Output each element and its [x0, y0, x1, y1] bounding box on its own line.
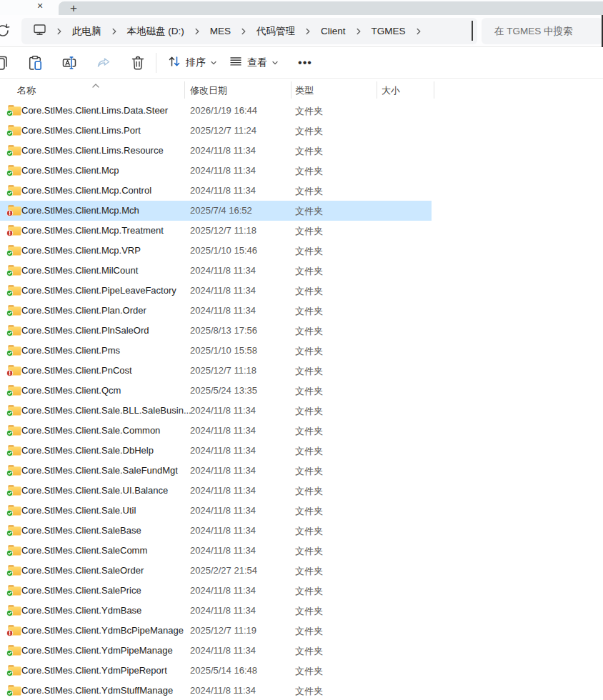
breadcrumb-item[interactable]: 本地磁盘 (D:) [127, 25, 184, 38]
file-row[interactable]: Core.StlMes.Client.Sale.SaleFundMgt 2024… [0, 461, 603, 481]
folder-ok-icon [6, 264, 21, 279]
file-row[interactable]: Core.StlMes.Client.PipeLeaveFactory 2024… [0, 281, 603, 301]
file-date-modified: 2025/7/4 16:52 [190, 205, 252, 216]
address-bar-row: 此电脑 本地磁盘 (D:) MES 代码管理 Client TGMES 在 TG… [0, 15, 603, 47]
file-date-modified: 2025/5/14 16:48 [190, 665, 257, 676]
file-name: Core.StlMes.Client.SaleComm [21, 545, 147, 556]
file-row[interactable]: Core.StlMes.Client.Sale.DbHelp 2024/11/8… [0, 441, 603, 461]
file-date-modified: 2024/11/8 11:34 [190, 165, 256, 176]
address-bar[interactable]: 此电脑 本地磁盘 (D:) MES 代码管理 Client TGMES [21, 18, 477, 44]
folder-ok-icon [6, 644, 21, 659]
file-type: 文件夹 [295, 585, 323, 598]
file-name: Core.StlMes.Client.Sale.Util [21, 505, 136, 516]
file-name: Core.StlMes.Client.Mcp.Control [21, 185, 151, 196]
chevron-right-icon [56, 28, 63, 35]
breadcrumb-item[interactable]: TGMES [372, 26, 406, 36]
column-header-type[interactable]: 类型 [295, 84, 314, 97]
header-divider[interactable] [434, 81, 434, 99]
file-row[interactable]: Core.StlMes.Client.SaleOrder 2025/2/27 2… [0, 561, 603, 581]
view-button[interactable]: 查看 [226, 52, 281, 74]
file-name: Core.StlMes.Client.Sale.DbHelp [21, 445, 154, 456]
folder-modified-icon [6, 624, 21, 639]
file-date-modified: 2024/11/8 11:34 [190, 525, 256, 536]
file-row[interactable]: Core.StlMes.Client.YdmBcPipeManage 2025/… [0, 621, 603, 641]
more-options-button[interactable]: ••• [293, 54, 317, 72]
file-row[interactable]: Core.StlMes.Client.Lims.Data.Steer 2026/… [0, 101, 603, 121]
column-header-size[interactable]: 大小 [382, 84, 400, 97]
file-row[interactable]: Core.StlMes.Client.SalePrice 2024/11/8 1… [0, 581, 603, 601]
file-date-modified: 2025/12/7 11:18 [190, 365, 256, 376]
header-divider[interactable] [291, 81, 291, 99]
file-row[interactable]: Core.StlMes.Client.SaleBase 2024/11/8 11… [0, 521, 603, 541]
file-type: 文件夹 [295, 365, 323, 378]
rename-icon[interactable] [60, 54, 79, 72]
file-row[interactable]: Core.StlMes.Client.PlnSaleOrd 2025/8/13 … [0, 321, 603, 341]
column-header-date[interactable]: 修改日期 [190, 84, 227, 97]
file-name: Core.StlMes.Client.YdmStuffManage [21, 685, 173, 696]
file-row[interactable]: Core.StlMes.Client.Plan.Order 2024/11/8 … [0, 301, 603, 321]
close-tab-icon[interactable]: × [34, 0, 46, 12]
file-row[interactable]: Core.StlMes.Client.YdmPipeManage 2024/11… [0, 641, 603, 661]
file-date-modified: 2025/1/10 15:58 [190, 345, 257, 356]
chevron-right-icon [415, 28, 422, 35]
file-row[interactable]: Core.StlMes.Client.YdmBase 2024/11/8 11:… [0, 601, 603, 621]
breadcrumb-item[interactable]: Client [321, 26, 346, 36]
refresh-icon[interactable] [0, 21, 12, 43]
file-row[interactable]: Core.StlMes.Client.Lims.Resource 2024/11… [0, 141, 603, 161]
chevron-down-icon [271, 56, 279, 69]
folder-modified-icon [6, 364, 21, 379]
new-tab-button[interactable]: + [66, 1, 81, 16]
file-row[interactable]: Core.StlMes.Client.Sale.Util 2024/11/8 1… [0, 501, 603, 521]
folder-ok-icon [6, 464, 21, 479]
file-row[interactable]: Core.StlMes.Client.YdmPipeReport 2025/5/… [0, 661, 603, 681]
file-row[interactable]: Core.StlMes.Client.Mcp.Treatment 2025/12… [0, 221, 603, 241]
delete-icon[interactable] [129, 54, 147, 72]
file-row[interactable]: Core.StlMes.Client.MilCount 2024/11/8 11… [0, 261, 603, 281]
header-divider[interactable] [184, 81, 185, 99]
file-type: 文件夹 [295, 665, 323, 678]
file-row[interactable]: Core.StlMes.Client.YdmStuffManage 2024/1… [0, 681, 603, 700]
chevron-right-icon [355, 28, 362, 35]
file-name: Core.StlMes.Client.YdmPipeManage [21, 645, 173, 656]
folder-ok-icon [6, 404, 21, 419]
file-type: 文件夹 [295, 245, 323, 258]
file-row[interactable]: Core.StlMes.Client.Mcp 2024/11/8 11:34 文… [0, 161, 603, 181]
column-header-name[interactable]: 名称 [17, 84, 36, 97]
file-row[interactable]: Core.StlMes.Client.Pms 2025/1/10 15:58 文… [0, 341, 603, 361]
file-row[interactable]: Core.StlMes.Client.PnCost 2025/12/7 11:1… [0, 361, 603, 381]
file-row[interactable]: Core.StlMes.Client.Qcm 2025/5/24 13:35 文… [0, 381, 603, 401]
search-box[interactable]: 在 TGMES 中搜索 [482, 18, 603, 44]
breadcrumb-item[interactable]: MES [210, 26, 231, 36]
file-date-modified: 2024/11/8 11:34 [190, 465, 256, 476]
file-type: 文件夹 [295, 185, 323, 198]
file-date-modified: 2024/11/8 11:34 [190, 585, 256, 596]
copy-icon[interactable] [0, 54, 10, 72]
chevron-right-icon [240, 28, 247, 35]
file-row[interactable]: Core.StlMes.Client.Mcp.Control 2024/11/8… [0, 181, 603, 201]
file-row[interactable]: Core.StlMes.Client.Mcp.VRP 2025/1/10 15:… [0, 241, 603, 261]
breadcrumb-item[interactable]: 此电脑 [72, 25, 101, 38]
sort-button[interactable]: 排序 [164, 52, 220, 74]
file-type: 文件夹 [295, 425, 323, 438]
file-type: 文件夹 [295, 625, 323, 638]
file-name: Core.StlMes.Client.YdmPipeReport [21, 665, 167, 676]
file-row[interactable]: Core.StlMes.Client.Sale.BLL.SaleBusin...… [0, 401, 603, 421]
tab-strip: + [59, 1, 603, 15]
toolbar-divider [156, 53, 156, 73]
file-type: 文件夹 [295, 385, 323, 398]
file-row[interactable]: Core.StlMes.Client.Sale.UI.Balance 2024/… [0, 481, 603, 501]
file-type: 文件夹 [295, 465, 323, 478]
breadcrumb-item[interactable]: 代码管理 [256, 25, 295, 38]
share-icon[interactable] [94, 54, 113, 72]
file-row[interactable]: Core.StlMes.Client.SaleComm 2024/11/8 11… [0, 541, 603, 561]
file-row[interactable]: Core.StlMes.Client.Lims.Port 2025/12/7 1… [0, 121, 603, 141]
file-type: 文件夹 [295, 685, 323, 698]
file-name: Core.StlMes.Client.MilCount [21, 265, 138, 276]
file-type: 文件夹 [295, 125, 323, 138]
file-row[interactable]: Core.StlMes.Client.Mcp.Mch 2025/7/4 16:5… [0, 201, 603, 221]
paste-icon[interactable] [26, 54, 44, 72]
file-name: Core.StlMes.Client.Sale.SaleFundMgt [21, 465, 178, 476]
file-row[interactable]: Core.StlMes.Client.Sale.Common 2024/11/8… [0, 421, 603, 441]
header-divider[interactable] [377, 81, 377, 99]
folder-ok-icon [6, 124, 21, 139]
